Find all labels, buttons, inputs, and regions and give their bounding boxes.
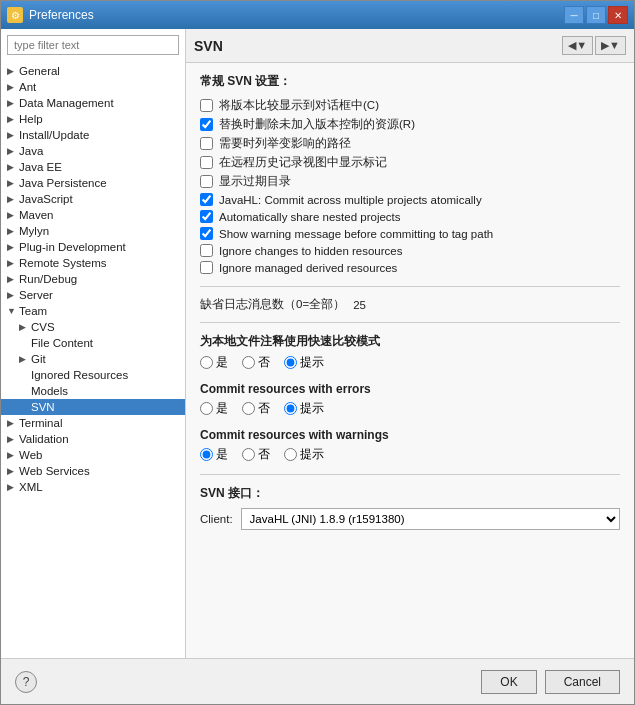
sidebar-item-ignored-resources[interactable]: Ignored Resources	[1, 367, 185, 383]
svn-interface-label: SVN 接口：	[200, 485, 620, 502]
sidebar-item-svn[interactable]: SVN	[1, 399, 185, 415]
close-button[interactable]: ✕	[608, 6, 628, 24]
sidebar-item-web[interactable]: ▶Web	[1, 447, 185, 463]
expand-arrow-icon: ▶	[19, 354, 29, 364]
maximize-button[interactable]: □	[586, 6, 606, 24]
sidebar-item-label: XML	[19, 481, 43, 493]
filter-input[interactable]	[7, 35, 179, 55]
client-label: Client:	[200, 513, 233, 525]
minimize-button[interactable]: ─	[564, 6, 584, 24]
nav-back-button[interactable]: ◀▼	[562, 36, 593, 55]
sidebar-item-label: Run/Debug	[19, 273, 77, 285]
radio-qd-yes[interactable]	[200, 356, 213, 369]
checkbox-label-cb7: Automatically share nested projects	[219, 211, 401, 223]
sidebar-item-label: File Content	[31, 337, 93, 349]
sidebar-item-data-management[interactable]: ▶Data Management	[1, 95, 185, 111]
svn-settings-title: 常规 SVN 设置：	[200, 73, 620, 90]
checkbox-label-cb8: Show warning message before committing t…	[219, 228, 493, 240]
client-row: Client: JavaHL (JNI) 1.8.9 (r1591380)	[200, 508, 620, 530]
divider-1	[200, 286, 620, 287]
radio-label-qd-yes: 是	[216, 355, 228, 370]
radio-option-cw-no: 否	[242, 447, 270, 462]
sidebar-item-label: Maven	[19, 209, 54, 221]
log-messages-value: 25	[353, 299, 366, 311]
action-buttons: OK Cancel	[481, 670, 620, 694]
checkbox-cb4[interactable]	[200, 156, 213, 169]
log-messages-row: 缺省日志消息数（0=全部） 25	[200, 297, 620, 312]
nav-buttons: ◀▼ ▶▼	[562, 36, 626, 55]
radio-ce-yes[interactable]	[200, 402, 213, 415]
sidebar-item-label: Validation	[19, 433, 69, 445]
sidebar-item-install-update[interactable]: ▶Install/Update	[1, 127, 185, 143]
nav-forward-button[interactable]: ▶▼	[595, 36, 626, 55]
expand-arrow-icon: ▶	[7, 258, 17, 268]
sidebar-item-help[interactable]: ▶Help	[1, 111, 185, 127]
expand-arrow-icon: ▶	[7, 242, 17, 252]
sidebar-item-mylyn[interactable]: ▶Mylyn	[1, 223, 185, 239]
checkbox-cb10[interactable]	[200, 261, 213, 274]
expand-arrow-icon: ▶	[7, 162, 17, 172]
sidebar-item-validation[interactable]: ▶Validation	[1, 431, 185, 447]
sidebar-item-cvs[interactable]: ▶CVS	[1, 319, 185, 335]
checkbox-cb2[interactable]	[200, 118, 213, 131]
checkbox-cb9[interactable]	[200, 244, 213, 257]
sidebar-item-xml[interactable]: ▶XML	[1, 479, 185, 495]
radio-option-cw-hint: 提示	[284, 447, 324, 462]
checkbox-row-cb8: Show warning message before committing t…	[200, 227, 620, 240]
checkbox-cb3[interactable]	[200, 137, 213, 150]
help-button[interactable]: ?	[15, 671, 37, 693]
checkbox-row-cb2: 替换时删除未加入版本控制的资源(R)	[200, 117, 620, 132]
tree-area: ▶General▶Ant▶Data Management▶Help▶Instal…	[1, 61, 185, 658]
expand-arrow-icon: ▶	[7, 290, 17, 300]
sidebar-item-web-services[interactable]: ▶Web Services	[1, 463, 185, 479]
sidebar-item-file-content[interactable]: File Content	[1, 335, 185, 351]
cancel-button[interactable]: Cancel	[545, 670, 620, 694]
sidebar-item-java[interactable]: ▶Java	[1, 143, 185, 159]
sidebar-item-general[interactable]: ▶General	[1, 63, 185, 79]
sidebar-item-server[interactable]: ▶Server	[1, 287, 185, 303]
sidebar-item-java-ee[interactable]: ▶Java EE	[1, 159, 185, 175]
checkbox-row-cb7: Automatically share nested projects	[200, 210, 620, 223]
checkbox-label-cb6: JavaHL: Commit across multiple projects …	[219, 194, 482, 206]
sidebar-item-run-debug[interactable]: ▶Run/Debug	[1, 271, 185, 287]
radio-ce-no[interactable]	[242, 402, 255, 415]
checkbox-cb6[interactable]	[200, 193, 213, 206]
expand-arrow-icon: ▶	[7, 466, 17, 476]
radio-label-ce-yes: 是	[216, 401, 228, 416]
sidebar-item-java-persistence[interactable]: ▶Java Persistence	[1, 175, 185, 191]
checkbox-cb1[interactable]	[200, 99, 213, 112]
sidebar-item-label: Install/Update	[19, 129, 89, 141]
expand-arrow-icon: ▶	[7, 114, 17, 124]
sidebar-item-terminal[interactable]: ▶Terminal	[1, 415, 185, 431]
radio-cw-yes[interactable]	[200, 448, 213, 461]
expand-arrow-icon: ▶	[7, 82, 17, 92]
sidebar-item-label: SVN	[31, 401, 55, 413]
sidebar-item-maven[interactable]: ▶Maven	[1, 207, 185, 223]
radio-label-ce-no: 否	[258, 401, 270, 416]
window-icon: ⚙	[7, 7, 23, 23]
sidebar-item-label: Models	[31, 385, 68, 397]
radio-cw-no[interactable]	[242, 448, 255, 461]
checkbox-cb8[interactable]	[200, 227, 213, 240]
sidebar-item-javascript[interactable]: ▶JavaScript	[1, 191, 185, 207]
sidebar-item-remote-systems[interactable]: ▶Remote Systems	[1, 255, 185, 271]
commit-warnings-label: Commit resources with warnings	[200, 428, 620, 442]
radio-cw-hint[interactable]	[284, 448, 297, 461]
quick-diff-options: 是否提示	[200, 355, 620, 370]
sidebar-item-plugin-development[interactable]: ▶Plug-in Development	[1, 239, 185, 255]
sidebar-item-ant[interactable]: ▶Ant	[1, 79, 185, 95]
title-bar: ⚙ Preferences ─ □ ✕	[1, 1, 634, 29]
radio-qd-no[interactable]	[242, 356, 255, 369]
sidebar-item-team[interactable]: ▼Team	[1, 303, 185, 319]
radio-qd-hint[interactable]	[284, 356, 297, 369]
ok-button[interactable]: OK	[481, 670, 536, 694]
checkbox-cb5[interactable]	[200, 175, 213, 188]
expand-arrow-icon: ▶	[7, 210, 17, 220]
sidebar-item-models[interactable]: Models	[1, 383, 185, 399]
radio-ce-hint[interactable]	[284, 402, 297, 415]
checkbox-cb7[interactable]	[200, 210, 213, 223]
client-select[interactable]: JavaHL (JNI) 1.8.9 (r1591380)	[241, 508, 620, 530]
sidebar-item-git[interactable]: ▶Git	[1, 351, 185, 367]
window-title: Preferences	[29, 8, 564, 22]
expand-arrow-icon: ▶	[7, 434, 17, 444]
